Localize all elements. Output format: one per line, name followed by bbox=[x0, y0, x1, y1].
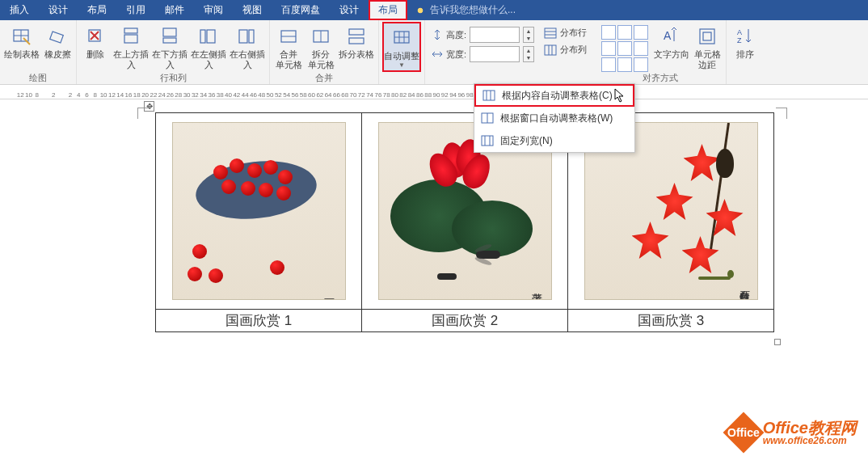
distribute-cols-button[interactable]: 分布列 bbox=[544, 44, 587, 56]
bulb-icon bbox=[415, 6, 425, 15]
group-align: A 文字方向 单元格 边距 对齐方式 bbox=[595, 20, 727, 84]
width-input[interactable] bbox=[470, 46, 520, 62]
draw-table-icon bbox=[12, 27, 32, 46]
tab-table-layout[interactable]: 布局 bbox=[369, 0, 407, 20]
margins-icon bbox=[697, 27, 717, 46]
width-spinner[interactable]: ▲▼ bbox=[523, 46, 534, 62]
svg-rect-8 bbox=[124, 35, 137, 43]
dist-rows-icon bbox=[544, 27, 557, 39]
table-cell-img-1[interactable]: 白石 bbox=[156, 113, 362, 310]
tell-me[interactable]: 告诉我您想做什么... bbox=[407, 0, 524, 20]
tab-insert[interactable]: 插入 bbox=[0, 0, 39, 20]
insert-left-icon bbox=[199, 27, 218, 46]
svg-rect-31 bbox=[545, 45, 556, 55]
group-cellsize: 高度: ▲▼ 宽度: ▲▼ 分布行 分布列 bbox=[425, 20, 595, 84]
group-merge-label: 合并 bbox=[315, 72, 333, 84]
content-table[interactable]: 白石 老萍 秋色佳白石 国画欣赏 1 bbox=[155, 112, 774, 332]
page-corner-right bbox=[776, 108, 787, 119]
tab-review[interactable]: 审阅 bbox=[194, 0, 233, 20]
alignment-grid[interactable] bbox=[598, 22, 651, 72]
ribbon-tabs: 插入 设计 布局 引用 邮件 审阅 视图 百度网盘 设计 布局 告诉我您想做什么… bbox=[0, 0, 868, 20]
watermark-icon: Office bbox=[723, 412, 764, 454]
height-spinner[interactable]: ▲▼ bbox=[523, 27, 534, 43]
height-input[interactable] bbox=[470, 27, 520, 43]
split-table-button[interactable]: 拆分表格 bbox=[338, 22, 375, 72]
text-dir-icon: A bbox=[662, 27, 681, 46]
svg-text:Z: Z bbox=[737, 36, 742, 44]
horizontal-ruler[interactable]: 1210822468101214161820222426283032343638… bbox=[0, 85, 868, 99]
draw-table-button[interactable]: 绘制表格 bbox=[3, 22, 40, 72]
svg-rect-28 bbox=[545, 28, 556, 38]
width-icon bbox=[432, 49, 443, 60]
caption-3[interactable]: 国画欣赏 3 bbox=[568, 310, 774, 332]
document-area: ✥ 白石 老萍 bbox=[0, 99, 868, 455]
autofit-button[interactable]: 自动调整 ▼ bbox=[382, 22, 421, 72]
eraser-button[interactable]: 橡皮擦 bbox=[42, 22, 73, 72]
tab-layout[interactable]: 布局 bbox=[78, 0, 116, 20]
sort-icon: AZ bbox=[735, 27, 755, 46]
watermark: Office Office教程网 www.office26.com bbox=[729, 418, 857, 447]
tell-me-text: 告诉我您想做什么... bbox=[430, 3, 516, 17]
insert-right-icon bbox=[238, 27, 257, 46]
table-resize-handle[interactable] bbox=[774, 339, 781, 345]
group-rowcol: 删除 在上方插入 在下方插入 在左侧插入 在右侧插入 行和列 bbox=[77, 20, 270, 84]
group-align-label: 对齐方式 bbox=[643, 72, 678, 84]
svg-rect-20 bbox=[349, 29, 364, 35]
insert-right-button[interactable]: 在右侧插入 bbox=[229, 22, 266, 72]
svg-rect-41 bbox=[483, 91, 495, 100]
group-autofit: 自动调整 ▼ bbox=[379, 20, 425, 84]
svg-rect-15 bbox=[249, 30, 254, 43]
svg-rect-10 bbox=[163, 28, 176, 36]
svg-rect-36 bbox=[700, 29, 714, 44]
insert-above-button[interactable]: 在上方插入 bbox=[112, 22, 150, 72]
svg-rect-13 bbox=[200, 30, 205, 43]
tab-table-design[interactable]: 设计 bbox=[330, 0, 369, 20]
svg-rect-11 bbox=[163, 38, 176, 43]
eraser-icon bbox=[48, 27, 67, 46]
distribute-rows-button[interactable]: 分布行 bbox=[544, 27, 587, 39]
delete-button[interactable]: 删除 bbox=[80, 22, 111, 72]
caption-2[interactable]: 国画欣赏 2 bbox=[362, 310, 568, 332]
watermark-title: Office教程网 bbox=[763, 420, 857, 436]
insert-below-button[interactable]: 在下方插入 bbox=[151, 22, 188, 72]
fixed-width-item[interactable]: 固定列宽(N) bbox=[474, 129, 634, 152]
autofit-icon bbox=[392, 28, 411, 48]
split-cells-button[interactable]: 拆分 单元格 bbox=[305, 22, 336, 72]
tab-mail[interactable]: 邮件 bbox=[155, 0, 194, 20]
dist-cols-icon bbox=[544, 44, 557, 56]
svg-text:A: A bbox=[664, 29, 672, 42]
tab-design[interactable]: 设计 bbox=[39, 0, 78, 20]
text-direction-button[interactable]: A 文字方向 bbox=[653, 22, 690, 72]
svg-rect-37 bbox=[703, 32, 711, 40]
tab-view[interactable]: 视图 bbox=[233, 0, 272, 20]
insert-above-icon bbox=[121, 27, 141, 46]
svg-text:A: A bbox=[737, 28, 742, 36]
tab-baidu[interactable]: 百度网盘 bbox=[272, 0, 330, 20]
group-rowcol-label: 行和列 bbox=[160, 72, 187, 84]
cell-margins-button[interactable]: 单元格 边距 bbox=[692, 22, 723, 72]
sort-button[interactable]: AZ 排序 bbox=[730, 22, 761, 72]
group-merge: 合并 单元格 拆分 单元格 拆分表格 合并 bbox=[270, 20, 379, 84]
split-icon bbox=[311, 27, 331, 46]
cursor-icon bbox=[614, 88, 626, 103]
merge-cells-button[interactable]: 合并 单元格 bbox=[273, 22, 304, 72]
svg-rect-12 bbox=[207, 30, 215, 43]
autofit-dropdown: 根据内容自动调整表格(C) 根据窗口自动调整表格(W) 固定列宽(N) bbox=[474, 83, 635, 153]
caption-1[interactable]: 国画欣赏 1 bbox=[156, 310, 362, 332]
height-icon bbox=[432, 29, 443, 40]
tab-references[interactable]: 引用 bbox=[116, 0, 155, 20]
group-draw-label: 绘图 bbox=[29, 72, 47, 84]
table-move-handle[interactable]: ✥ bbox=[144, 101, 154, 112]
ribbon: 绘制表格 橡皮擦 绘图 删除 在上方插入 在下方插入 bbox=[0, 20, 868, 85]
svg-rect-14 bbox=[239, 30, 247, 43]
autofit-window-item[interactable]: 根据窗口自动调整表格(W) bbox=[474, 107, 634, 129]
watermark-url: www.office26.com bbox=[763, 436, 857, 445]
insert-below-icon bbox=[160, 27, 179, 46]
delete-icon bbox=[86, 27, 105, 46]
autofit-content-item[interactable]: 根据内容自动调整表格(C) bbox=[474, 84, 634, 107]
svg-rect-21 bbox=[349, 38, 364, 44]
group-sort: AZ 排序 bbox=[727, 20, 764, 84]
svg-rect-46 bbox=[482, 136, 493, 146]
insert-left-button[interactable]: 在左侧插入 bbox=[190, 22, 227, 72]
svg-rect-4 bbox=[50, 32, 64, 43]
